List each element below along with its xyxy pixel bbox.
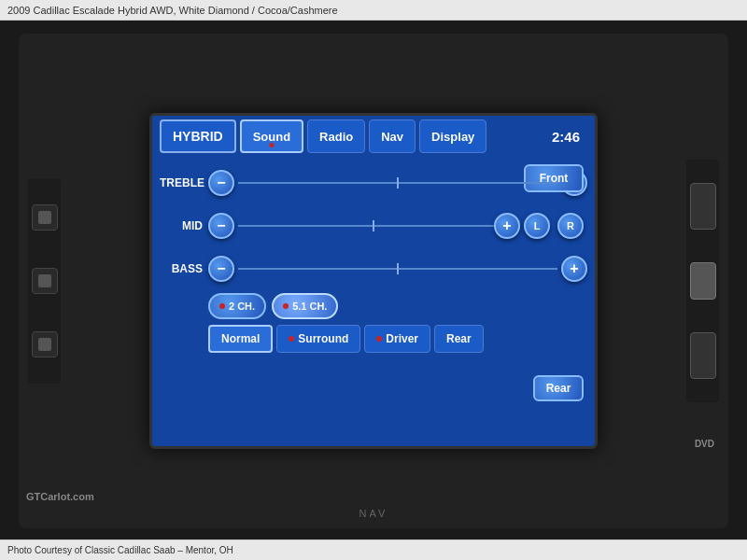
dvd-label: DVD [695,439,714,449]
rear-button[interactable]: Rear [533,375,584,401]
treble-center-tick [397,177,399,189]
bass-center-tick [397,263,399,274]
bass-label: BASS [160,262,208,275]
driver-dot [376,336,382,342]
bass-minus-button[interactable]: − [208,256,234,282]
main-area: HYBRID Sound Radio Nav Display 2:46 [0,21,747,541]
treble-track [238,182,557,184]
left-speaker-button[interactable]: L [524,213,550,239]
right-panel [686,160,719,402]
left-icon-1 [38,211,51,224]
bottom-bar: Photo Courtesy of Classic Cadillac Saab … [0,539,747,560]
right-btn-1[interactable] [690,183,716,230]
bass-plus-button[interactable]: + [561,256,587,282]
5ch-dot [283,303,289,309]
nav-btn-hybrid[interactable]: HYBRID [160,119,236,153]
rear-mode-button[interactable]: Rear [434,325,484,353]
mid-label: MID [160,219,208,232]
nav-label: NAV [359,508,388,519]
5ch-button[interactable]: 5.1 CH. [272,293,338,319]
nav-btn-sound[interactable]: Sound [240,119,303,153]
2ch-button[interactable]: 2 CH. [208,293,266,319]
treble-minus-button[interactable]: − [208,170,234,196]
right-speaker-button[interactable]: R [557,213,584,239]
photo-credit: Photo Courtesy of Classic Cadillac Saab … [7,545,233,555]
left-icon-2 [38,274,51,287]
treble-label: TREBLE [160,176,208,189]
surround-mode-button[interactable]: Surround [276,325,360,353]
normal-mode-button[interactable]: Normal [208,325,273,353]
infotainment-screen: HYBRID Sound Radio Nav Display 2:46 [149,113,598,449]
mid-plus-button[interactable]: + [494,213,520,239]
screen-content: Front TREBLE − + [152,157,595,446]
nav-btn-nav[interactable]: Nav [369,119,416,153]
screen-nav-bar: HYBRID Sound Radio Nav Display 2:46 [152,116,595,157]
2ch-dot [219,303,225,309]
right-btn-3[interactable] [690,332,716,379]
top-bar: 2009 Cadillac Escalade Hybrid AWD, White… [0,0,747,21]
left-icon-3 [38,338,51,351]
left-btn-2[interactable] [32,268,58,294]
page-title: 2009 Cadillac Escalade Hybrid AWD, White… [7,5,338,16]
surround-dot [289,336,294,342]
bass-row: BASS − + [160,248,587,289]
right-btn-2[interactable] [690,262,716,300]
sound-indicator-dot [269,143,274,147]
mid-row: MID − + L [160,205,587,246]
nav-btn-radio[interactable]: Radio [307,119,365,153]
time-display: 2:46 [544,129,587,145]
bass-track [238,268,557,270]
left-btn-1[interactable] [32,204,58,231]
channel-row: 2 CH. 5.1 CH. [160,293,587,319]
mid-minus-button[interactable]: − [208,213,234,239]
left-btn-3[interactable] [32,331,58,357]
driver-mode-button[interactable]: Driver [364,325,430,353]
console-area: HYBRID Sound Radio Nav Display 2:46 [19,34,728,528]
left-panel [28,178,61,384]
watermark: GTCarlot.com [26,491,94,502]
mid-center-tick [373,220,374,231]
front-button[interactable]: Front [524,164,584,192]
nav-btn-display[interactable]: Display [419,119,486,153]
mode-row: Normal Surround Driver Rear [160,325,587,353]
mid-track [238,225,509,227]
